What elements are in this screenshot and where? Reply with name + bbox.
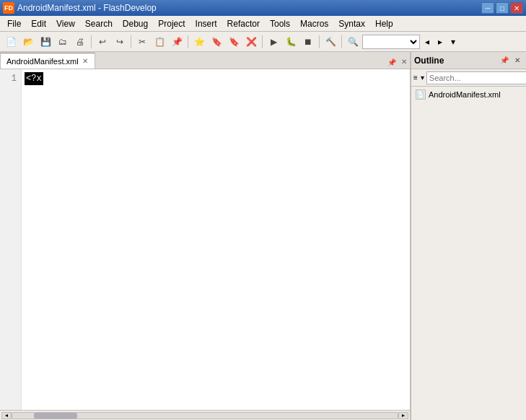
scroll-left-button[interactable]: ◂ [1, 412, 12, 419]
outline-list-button[interactable]: ≡ [413, 71, 418, 84]
find-button[interactable]: 🔍 [345, 34, 361, 50]
undo-button[interactable]: ↩ [95, 34, 110, 50]
line-number-1: 1 [4, 72, 17, 85]
line-numbers: 1 [0, 69, 22, 410]
menu-debug[interactable]: Debug [118, 17, 152, 30]
file-icon: 📄 [416, 89, 426, 100]
build-button[interactable]: 🔨 [323, 34, 338, 50]
editor-tab-label: AndroidManifest.xml [6, 57, 79, 66]
debug-button[interactable]: 🐛 [283, 34, 299, 50]
bookmark-prev-button[interactable]: 🔖 [209, 34, 224, 50]
toolbar-separator-5 [319, 35, 320, 48]
nav-back-button[interactable]: ◂ [421, 34, 433, 50]
menu-edit[interactable]: Edit [27, 17, 51, 30]
title-bar: FD AndroidManifest.xml - FlashDevelop ─ … [0, 0, 526, 16]
app-icon: FD [3, 2, 14, 14]
main-container: AndroidManifest.xml ✕ 📌 ✕ 1 <?x ◂ [0, 52, 526, 420]
menu-view[interactable]: View [52, 17, 79, 30]
outline-dropdown-button[interactable]: ▾ [420, 71, 425, 84]
tab-panel-close[interactable]: ✕ [398, 55, 410, 69]
menu-bar: File Edit View Search Debug Project Inse… [0, 16, 526, 32]
menu-insert[interactable]: Insert [191, 17, 222, 30]
menu-file[interactable]: File [3, 17, 25, 30]
menu-syntax[interactable]: Syntax [334, 17, 369, 30]
toolbar-separator-2 [131, 35, 131, 48]
outline-item-androidmanifest[interactable]: 📄 AndroidManifest.xml [413, 88, 525, 101]
menu-search[interactable]: Search [81, 17, 117, 30]
copy-button[interactable]: 📋 [152, 34, 167, 50]
code-editor[interactable]: 1 <?x [0, 69, 410, 410]
outline-item-label: AndroidManifest.xml [429, 90, 501, 99]
tab-bar: AndroidManifest.xml ✕ 📌 ✕ [0, 52, 410, 69]
outline-search-input[interactable] [426, 71, 526, 84]
outline-pin-button[interactable]: 📌 [499, 55, 510, 66]
menu-help[interactable]: Help [371, 17, 398, 30]
menu-macros[interactable]: Macros [296, 17, 333, 30]
print-button[interactable]: 🖨 [72, 34, 88, 50]
code-line-1: <?x [25, 72, 407, 85]
bookmark-button[interactable]: ⭐ [191, 34, 207, 50]
toolbar: 📄 📂 💾 🗂 🖨 ↩ ↪ ✂ 📋 📌 ⭐ 🔖 🔖 ❌ ▶ 🐛 ⏹ 🔨 🔍 ◂ … [0, 32, 526, 52]
outline-panel-controls: 📌 ✕ [499, 55, 523, 66]
outline-panel: Outline 📌 ✕ ≡ ▾ 📄 AndroidManifest.xml [411, 52, 526, 420]
outline-toolbar: ≡ ▾ [411, 69, 526, 87]
tab-pin-button[interactable]: 📌 [385, 56, 398, 69]
new-file-button[interactable]: 📄 [3, 34, 19, 50]
save-file-button[interactable]: 💾 [38, 34, 53, 50]
stop-button[interactable]: ⏹ [300, 34, 316, 50]
minimize-button[interactable]: ─ [481, 2, 494, 14]
nav-forward-button[interactable]: ▸ [434, 34, 446, 50]
outline-content: 📄 AndroidManifest.xml [411, 87, 526, 420]
open-file-button[interactable]: 📂 [20, 34, 36, 50]
window-title: AndroidManifest.xml - FlashDevelop [17, 3, 157, 13]
nav-extra-button[interactable]: ▾ [447, 34, 459, 50]
outline-panel-header: Outline 📌 ✕ [411, 52, 526, 69]
macro-dropdown[interactable] [362, 35, 420, 49]
title-bar-left: FD AndroidManifest.xml - FlashDevelop [3, 2, 157, 14]
scrollbar-track[interactable] [12, 412, 398, 419]
menu-tools[interactable]: Tools [266, 17, 294, 30]
code-cursor: <?x [25, 72, 43, 85]
menu-project[interactable]: Project [154, 17, 189, 30]
paste-button[interactable]: 📌 [169, 34, 185, 50]
outline-title: Outline [414, 56, 444, 66]
code-content[interactable]: <?x [22, 69, 410, 410]
editor-scrollbar-horizontal[interactable]: ◂ ▸ [0, 410, 410, 420]
toolbar-separator-1 [91, 35, 92, 48]
bookmark-clear-button[interactable]: ❌ [243, 34, 259, 50]
editor-area: AndroidManifest.xml ✕ 📌 ✕ 1 <?x ◂ [0, 52, 411, 420]
close-button[interactable]: ✕ [510, 2, 523, 14]
run-button[interactable]: ▶ [266, 34, 281, 50]
cut-button[interactable]: ✂ [134, 34, 150, 50]
scroll-right-button[interactable]: ▸ [398, 412, 408, 419]
redo-button[interactable]: ↪ [112, 34, 128, 50]
editor-tab-close[interactable]: ✕ [82, 57, 89, 65]
scrollbar-thumb[interactable] [34, 413, 77, 419]
toolbar-separator-4 [262, 35, 263, 48]
toolbar-separator-6 [341, 35, 342, 48]
toolbar-separator-3 [188, 35, 188, 48]
title-bar-controls: ─ □ ✕ [481, 2, 523, 14]
menu-refactor[interactable]: Refactor [223, 17, 264, 30]
bookmark-next-button[interactable]: 🔖 [226, 34, 242, 50]
outline-close-button[interactable]: ✕ [512, 55, 523, 66]
maximize-button[interactable]: □ [496, 2, 509, 14]
save-all-button[interactable]: 🗂 [55, 34, 71, 50]
editor-tab-androidmanifest[interactable]: AndroidManifest.xml ✕ [0, 53, 95, 69]
